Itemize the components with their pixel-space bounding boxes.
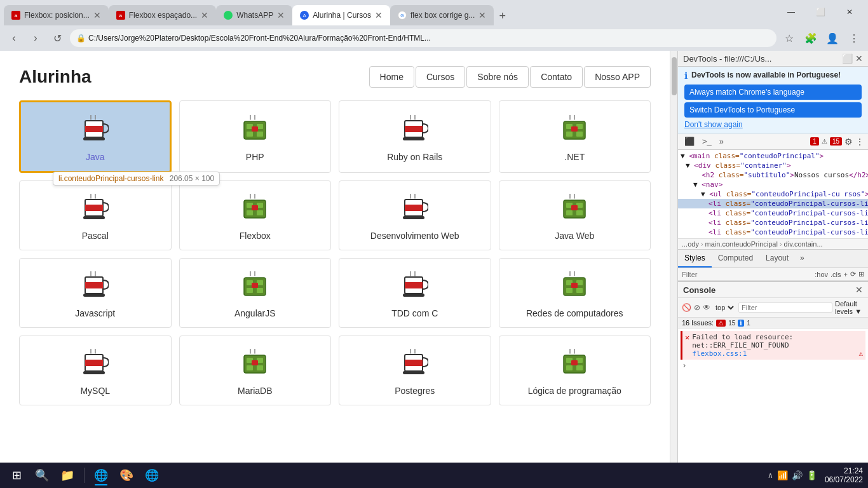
tab-close-1[interactable]: ✕ [93,10,101,20]
console-panel-icon[interactable]: >_ [700,135,714,147]
styles-filter-input[interactable] [682,271,812,278]
devtools-dont-show-link[interactable]: Don't show again [684,120,743,129]
course-card-angularjs[interactable]: AngularJS [179,258,332,328]
extensions-icon[interactable]: 🧩 [802,29,820,47]
maximize-button[interactable]: ⬜ [806,0,835,24]
dom-line-nav[interactable]: ▼ <nav> [678,180,868,189]
course-card-java_web[interactable]: Java Web [499,180,651,250]
console-level-select[interactable]: Default levels ▼ [835,300,864,315]
course-card-mysql[interactable]: MySQL [19,336,172,405]
menu-icon[interactable]: ⋮ [845,29,863,47]
refresh-button[interactable]: ↺ [48,29,66,47]
course-card-flexbox[interactable]: Flexbox [179,180,332,250]
course-card-java[interactable]: Java [19,100,172,173]
console-filter-input[interactable] [738,302,832,313]
course-card-desenvolvimento_web[interactable]: Desenvolvimento Web [339,180,491,250]
taskbar-clock[interactable]: 21:24 06/07/2022 [825,466,863,484]
devtools-close-icon[interactable]: ✕ [855,53,863,64]
course-card-javascript[interactable]: Javascript [19,258,172,328]
taskbar-battery-icon[interactable]: 🔋 [806,470,817,480]
svg-rect-17 [403,137,424,140]
course-card-logica_de_programacao[interactable]: Lógica de programação [499,336,651,405]
tab-flexbox-posicion[interactable]: a Flexbox: posicion... ✕ [4,5,109,25]
tab-whatsapp[interactable]: WhatsAPP ✕ [216,5,292,25]
styles-cls-label[interactable]: .cls [831,271,841,278]
tab-styles[interactable]: Styles [678,250,712,268]
console-clear-icon[interactable]: 🚫 [682,303,691,312]
course-card-pascal[interactable]: Pascal [19,180,172,250]
course-card-dotnet[interactable]: .NET [499,100,651,173]
breadcrumb-div[interactable]: div.contain... [784,240,823,248]
address-bar: ‹ › ↺ 🔒 C:/Users/Jorge%20Platero/Desktop… [0,25,868,51]
dom-line-li-2[interactable]: <li class="conteudoPrincipal-cursos-link… [678,208,868,218]
profile-icon[interactable]: 👤 [824,29,841,47]
taskbar-design-app[interactable]: 🎨 [115,464,138,487]
breadcrumb-body[interactable]: ...ody [682,240,699,248]
dom-line-li-selected[interactable]: <li class="conteudoPrincipal-cursos-link… [678,199,868,208]
devtools-switch-lang-button[interactable]: Switch DevTools to Portuguese [684,102,862,118]
more-tools-icon[interactable]: » [717,135,726,147]
elements-panel-icon[interactable]: ⬛ [682,135,697,147]
tab-close-2[interactable]: ✕ [201,10,208,20]
tab-flexbox-corrige[interactable]: G flex box corrige g... ✕ [390,5,494,25]
taskbar-chrome-app[interactable]: 🌐 [140,464,163,487]
gear-icon[interactable]: ⚙ [844,137,853,147]
devtools-kebab-menu[interactable]: ⋮ [855,137,864,147]
back-button[interactable]: ‹ [5,29,23,47]
taskbar-chevron-icon[interactable]: ∧ [768,471,773,480]
course-card-redes_de_computadores[interactable]: Redes de computadores [499,258,651,328]
taskbar-search-button[interactable]: 🔍 [31,464,53,487]
tab-more[interactable]: » [795,250,810,268]
console-error-link[interactable]: flexbox.css:1 [692,349,747,358]
taskbar-sound-icon[interactable]: 🔊 [792,470,803,480]
console-error-expand[interactable]: ⚠ [858,349,863,358]
course-card-postegres[interactable]: Postegres [339,336,491,405]
page-viewport: Alurinha Home Cursos Sobre nós Contato N… [0,51,670,463]
breadcrumb-main[interactable]: main.conteudoPrincipal [705,240,778,248]
tab-close-5[interactable]: ✕ [478,10,486,20]
course-card-php[interactable]: PHP [179,100,332,173]
course-icon-flexbox [241,194,268,226]
taskbar-start-button[interactable]: ⊞ [5,464,28,487]
dom-line-li-3[interactable]: <li class="conteudoPrincipal-cursos-link… [678,218,868,227]
taskbar-files-button[interactable]: 📁 [56,464,79,487]
scrollbar-track[interactable] [670,51,677,463]
tab-close-4[interactable]: ✕ [375,10,383,20]
forward-button[interactable]: › [27,29,44,47]
taskbar-browser-app[interactable]: 🌐 [90,464,112,487]
devtools-match-lang-button[interactable]: Always match Chrome's language [684,85,862,100]
taskbar-wifi-icon[interactable]: 📶 [777,470,788,480]
console-close-icon[interactable]: ✕ [855,285,863,295]
tab-layout[interactable]: Layout [759,250,795,268]
dom-line-li-4[interactable]: <li class="conteudoPrincipal-cursos-link… [678,227,868,237]
styles-add-icon[interactable]: + [844,271,848,278]
course-card-tdd_com_c[interactable]: TDD com C [339,258,491,328]
console-context-select[interactable]: top [713,303,736,312]
devtools-dock-icon[interactable]: ⬜ [842,53,853,64]
new-tab-button[interactable]: + [494,7,511,25]
nav-cursos[interactable]: Cursos [416,66,465,88]
nav-nosso-app[interactable]: Nosso APP [584,66,651,88]
tab-close-3[interactable]: ✕ [277,10,285,20]
dom-line-main[interactable]: ▼ <main class="conteudoPrincipal"> [678,151,868,161]
tab-computed[interactable]: Computed [712,250,759,268]
styles-refresh-icon[interactable]: ⟳ [850,270,856,278]
console-eye-icon[interactable]: 👁 [703,303,710,312]
nav-contato[interactable]: Contato [530,66,583,88]
course-card-mariadb[interactable]: MariaDB [179,336,332,405]
console-filter-icon[interactable]: ⊘ [694,303,700,312]
tab-alurinha[interactable]: A Alurinha | Cursos ✕ [292,5,390,25]
tab-flexbox-espacado[interactable]: a Flexbox espaçado... ✕ [109,5,216,25]
close-window-button[interactable]: ✕ [835,0,864,24]
course-card-ruby_on_rails[interactable]: Ruby on Rails [339,100,491,173]
dom-line-div[interactable]: ▼ <div class="container"> [678,161,868,170]
scrollbar-thumb[interactable] [672,57,677,95]
styles-hov-label[interactable]: :hov [815,271,828,278]
nav-sobre-nos[interactable]: Sobre nós [466,66,529,88]
dom-line-h2[interactable]: <h2 class="subtitulo">Nossos cursos</h2> [678,170,868,180]
dom-line-ul[interactable]: ▼ <ul class="conteudoPrincipal-cu rsos">… [678,189,868,199]
bookmark-star-icon[interactable]: ☆ [780,29,798,47]
minimize-button[interactable]: — [776,0,806,24]
nav-home[interactable]: Home [369,66,414,88]
styles-more-icon[interactable]: ⊞ [858,270,864,278]
